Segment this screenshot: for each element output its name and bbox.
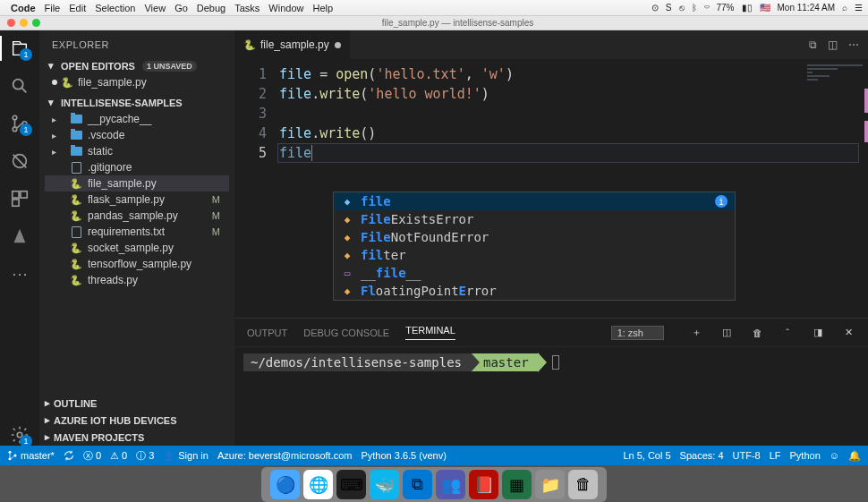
maximize-window-button[interactable] [32, 19, 40, 27]
new-terminal-button[interactable]: ＋ [689, 326, 703, 340]
collapsed-section[interactable]: ▸OUTLINE [39, 395, 234, 412]
panel-tab-output[interactable]: OUTPUT [247, 328, 287, 338]
menu-item[interactable]: View [144, 3, 166, 13]
menu-icon[interactable]: ⊙ [651, 3, 659, 13]
more-icon[interactable]: ⋯ [848, 38, 859, 51]
file-tree-item[interactable]: 🐍flask_sample.py M [45, 191, 229, 208]
menu-item[interactable]: Go [174, 3, 188, 13]
dock-app-acrobat[interactable]: 📕 [469, 470, 498, 499]
menu-item[interactable]: Edit [69, 3, 86, 13]
dock-app-excel[interactable]: ▦ [502, 470, 532, 499]
compare-icon[interactable]: ⧉ [809, 38, 817, 51]
spaces-status[interactable]: Spaces: 4 [680, 450, 724, 461]
open-editor-item[interactable]: 🐍 file_sample.py [45, 74, 229, 90]
sync-status[interactable] [64, 450, 74, 461]
maximize-panel-button[interactable]: ◨ [811, 326, 825, 340]
menu-item[interactable]: Debug [197, 3, 226, 13]
file-tree-item[interactable]: 🐍socket_sample.py [45, 240, 229, 256]
battery-icon[interactable]: ▮▯ [742, 3, 753, 13]
code-line[interactable] [279, 104, 868, 123]
split-editor-icon[interactable]: ◫ [828, 38, 838, 51]
menu-icon[interactable]: ☰ [855, 3, 863, 13]
language-status[interactable]: Python [790, 450, 821, 461]
dock-app-teams[interactable]: 👥 [436, 470, 465, 499]
panel-tab-terminal[interactable]: TERMINAL [405, 325, 455, 340]
workspace-section[interactable]: ▾ INTELLISENSE-SAMPLES [45, 94, 229, 111]
suggest-item[interactable]: ◆ FileNotFoundError [334, 228, 735, 246]
search-icon[interactable]: ⌕ [842, 3, 847, 13]
code-line[interactable]: file = open('hello.txt', 'w') [279, 64, 868, 84]
suggest-item[interactable]: ◆ file i [334, 192, 735, 210]
debug-icon[interactable] [9, 150, 30, 172]
file-tree-item[interactable]: ▸.vscode [45, 127, 229, 143]
file-tree-item[interactable]: 🐍pandas_sample.py M [45, 208, 229, 224]
editor-tab[interactable]: 🐍 file_sample.py [234, 30, 351, 59]
menu-item[interactable]: Help [312, 3, 333, 13]
signin-status[interactable]: 👤 Sign in [163, 450, 208, 462]
azure-status[interactable]: Azure: beverst@microsoft.com [217, 450, 353, 461]
explorer-icon[interactable]: 1 [9, 38, 30, 59]
source-control-icon[interactable]: 1 [9, 113, 30, 134]
dock-app-vscode[interactable]: ⧉ [403, 470, 432, 499]
dock-app-trash[interactable]: 🗑 [568, 470, 598, 499]
file-tree-item[interactable]: ▸__pycache__ [45, 111, 229, 127]
code-line[interactable]: file.write() [279, 123, 868, 143]
warnings-status[interactable]: ⚠ 0 [110, 450, 127, 462]
file-tree-item[interactable]: ▸static [45, 143, 229, 159]
code-line[interactable]: file.write('hello world!') [279, 84, 868, 104]
dock-app-chrome[interactable]: 🌐 [303, 470, 333, 499]
open-editors-section[interactable]: ▾ OPEN EDITORS 1 UNSAVED [45, 57, 229, 74]
terminal-body[interactable]: ~/demos/intellisense-samples master [234, 347, 868, 446]
git-branch-status[interactable]: master* [7, 450, 55, 461]
panel-up-button[interactable]: ˆ [780, 326, 795, 340]
close-window-button[interactable] [7, 19, 15, 27]
info-status[interactable]: ⓘ 3 [136, 449, 154, 463]
collapsed-section[interactable]: ▸AZURE IOT HUB DEVICES [39, 412, 234, 429]
dock-app-finder[interactable]: 🔵 [270, 470, 300, 499]
menu-icon[interactable]: ⎋ [679, 3, 685, 13]
close-panel-button[interactable]: ✕ [841, 326, 855, 340]
feedback-icon[interactable]: ☺ [830, 450, 839, 461]
suggest-item[interactable]: ◆ filter [334, 246, 735, 264]
split-terminal-button[interactable]: ◫ [719, 326, 734, 340]
file-tree-item[interactable]: .gitignore [45, 159, 229, 175]
menu-item[interactable]: Tasks [234, 3, 260, 13]
kill-terminal-button[interactable]: 🗑 [750, 326, 764, 340]
file-tree-item[interactable]: requirements.txt M [45, 224, 229, 240]
menu-icon[interactable]: S [666, 3, 672, 13]
errors-status[interactable]: ⓧ 0 [83, 449, 101, 463]
wifi-icon[interactable]: ⌔ [704, 3, 710, 13]
file-tree-item[interactable]: 🐍tensorflow_sample.py [45, 256, 229, 272]
info-icon[interactable]: i [715, 195, 728, 208]
flag-icon[interactable]: 🇺🇸 [760, 3, 770, 13]
dock-app-folder[interactable]: 📁 [535, 470, 565, 499]
notifications-icon[interactable]: 🔔 [848, 450, 861, 462]
search-icon[interactable] [9, 75, 30, 97]
menu-item[interactable]: File [45, 3, 61, 13]
dock-app-docker[interactable]: 🐳 [370, 470, 399, 499]
suggest-item[interactable]: ◆ FileExistsError [334, 210, 735, 228]
minimize-window-button[interactable] [20, 19, 28, 27]
file-tree-item[interactable]: 🐍file_sample.py [45, 175, 229, 191]
menu-item[interactable]: Window [268, 3, 303, 13]
dock-app-terminal[interactable]: ⌨ [336, 470, 366, 499]
python-env-status[interactable]: Python 3.6.5 (venv) [361, 450, 446, 461]
bluetooth-icon[interactable]: ᛒ [692, 3, 697, 13]
encoding-status[interactable]: UTF-8 [733, 450, 761, 461]
panel-tab-debug[interactable]: DEBUG CONSOLE [303, 328, 389, 338]
file-tree-item[interactable]: 🐍threads.py [45, 272, 229, 288]
eol-status[interactable]: LF [770, 450, 781, 461]
collapsed-section[interactable]: ▸MAVEN PROJECTS [39, 429, 234, 446]
azure-icon[interactable] [9, 225, 30, 247]
extensions-icon[interactable] [9, 188, 30, 209]
minimap[interactable] [804, 61, 866, 115]
menu-app[interactable]: Code [11, 3, 36, 13]
terminal-select[interactable]: 1: zsh [611, 326, 664, 340]
suggest-item[interactable]: ◆ FloatingPointError [334, 282, 735, 300]
suggest-item[interactable]: ▭ __file__ [334, 264, 735, 282]
cursor-pos-status[interactable]: Ln 5, Col 5 [623, 450, 670, 461]
more-icon[interactable]: ⋯ [9, 263, 30, 285]
menu-item[interactable]: Selection [95, 3, 135, 13]
chevron-right-icon: ▸ [45, 397, 50, 409]
settings-icon[interactable]: 1 [9, 424, 30, 446]
